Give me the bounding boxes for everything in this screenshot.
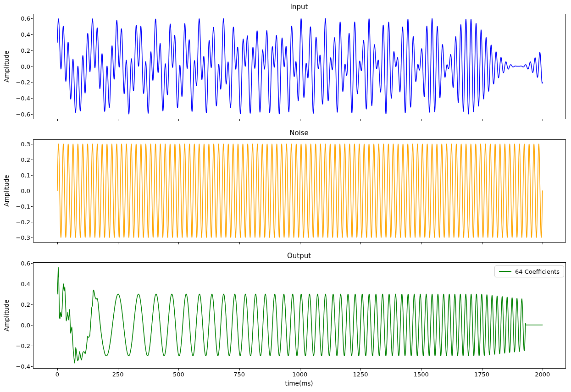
input-plot-title: Input bbox=[290, 3, 308, 11]
y-tick-label: 0.6 bbox=[21, 260, 30, 267]
y-tick-label: −0.6 bbox=[16, 110, 30, 117]
output-plot-title: Output bbox=[287, 252, 311, 260]
x-tick-label: 1500 bbox=[414, 371, 429, 378]
y-tick-label: −0.3 bbox=[16, 234, 30, 241]
x-tick-label: 750 bbox=[233, 371, 245, 378]
x-tick-label: 0 bbox=[55, 371, 59, 378]
x-tick-label: 1750 bbox=[474, 371, 489, 378]
x-axis-label: time(ms) bbox=[285, 380, 313, 387]
y-tick-label: 0.0 bbox=[21, 321, 30, 328]
y-tick-label: 0.2 bbox=[21, 301, 30, 308]
y-tick-label: −0.1 bbox=[16, 203, 30, 210]
legend: 64 Coefficients bbox=[494, 265, 564, 277]
y-tick-label: −0.2 bbox=[16, 342, 30, 349]
y-tick-label: 0.1 bbox=[21, 172, 30, 179]
y-tick-label: 0.0 bbox=[21, 188, 30, 194]
x-tick-label: 2000 bbox=[535, 371, 550, 378]
noise-plot-title: Noise bbox=[289, 129, 309, 137]
legend-line-sample bbox=[499, 271, 511, 272]
x-tick-label: 250 bbox=[112, 371, 124, 378]
y-tick-label: −0.4 bbox=[16, 94, 30, 101]
y-tick-label: 0.6 bbox=[21, 15, 30, 22]
x-tick-label: 1000 bbox=[292, 371, 307, 378]
y-tick-label: −0.4 bbox=[16, 363, 30, 370]
legend-label: 64 Coefficients bbox=[515, 268, 560, 275]
y-tick-label: −0.2 bbox=[16, 218, 30, 225]
y-tick-label: 0.0 bbox=[21, 63, 30, 70]
x-tick-label: 500 bbox=[173, 371, 184, 378]
output-y-axis-label: Amplitude bbox=[3, 299, 10, 331]
y-tick-label: 0.4 bbox=[21, 281, 30, 287]
input-y-axis-label: Amplitude bbox=[3, 50, 10, 82]
x-tick-label: 1250 bbox=[353, 371, 368, 378]
noise-y-axis-label: Amplitude bbox=[3, 175, 10, 206]
y-tick-label: 0.3 bbox=[21, 141, 30, 148]
y-tick-label: 0.4 bbox=[21, 31, 30, 38]
y-tick-label: −0.2 bbox=[16, 79, 30, 86]
y-tick-label: 0.2 bbox=[21, 47, 30, 54]
figure: Input Noise Output Amplitude Amplitude A… bbox=[0, 0, 571, 392]
y-tick-label: 0.2 bbox=[21, 156, 30, 163]
plot-canvas bbox=[0, 0, 571, 392]
